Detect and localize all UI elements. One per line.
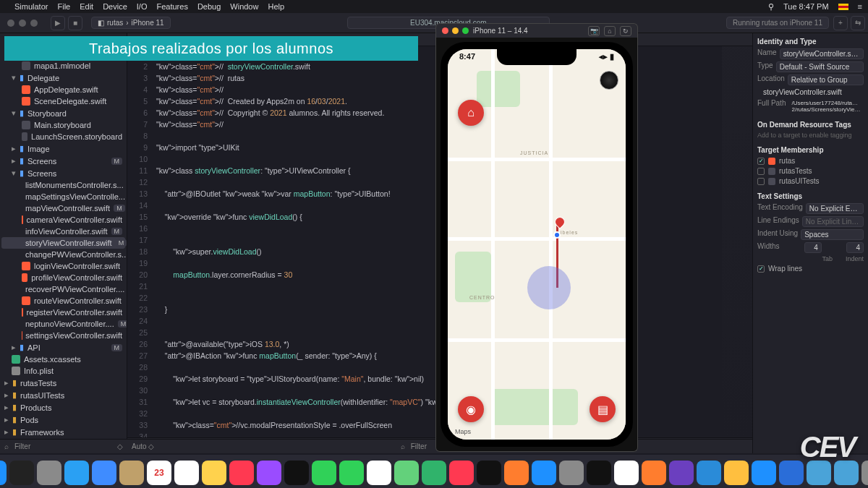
dock-app-siri[interactable] — [9, 461, 34, 485]
target-folder[interactable]: ▸▮rutasTests — [1, 377, 125, 389]
scheme-selector[interactable]: ◧ rutas › iPhone 11 — [91, 17, 171, 29]
menu-features[interactable]: Features — [156, 2, 187, 11]
dock-app-trash[interactable] — [861, 461, 868, 485]
target-folder[interactable]: ▸▮Pods — [1, 414, 125, 426]
file-swift[interactable]: mapViewController.swiftM — [1, 202, 125, 214]
dock-app-firefox[interactable] — [642, 461, 666, 485]
dock-app-maps[interactable] — [394, 461, 419, 485]
wrap-checkbox[interactable]: ✓Wrap lines — [757, 265, 864, 273]
project-navigator[interactable]: ▾▮Model rutf 1.mlmodel mapa1.mlmodel ▾▮D… — [0, 33, 127, 453]
file-storyboard[interactable]: Main.storyboard — [1, 119, 125, 131]
compass-icon[interactable] — [600, 71, 618, 90]
file-swift[interactable]: listMonumentsController.s... — [1, 179, 125, 191]
group-screens-collapsed[interactable]: ▸▮ScreensM — [1, 155, 125, 167]
dock-app-notes[interactable] — [202, 461, 226, 485]
run-button[interactable]: ▶ — [51, 16, 65, 30]
file-swift[interactable]: registerViewController.swift — [1, 307, 125, 318]
dock-app-folder2[interactable] — [834, 461, 859, 485]
name-field[interactable]: storyViewController.swift — [780, 48, 864, 59]
target-folder[interactable]: ▸▮rutasUITests — [1, 389, 125, 401]
dock-app-news[interactable] — [449, 461, 474, 485]
file-swift[interactable]: changePWViewController.s... — [1, 249, 125, 260]
dock-app-music[interactable] — [229, 461, 254, 485]
dock-app-safari[interactable] — [64, 461, 89, 485]
dock-app-messages[interactable] — [312, 461, 336, 485]
menubar-flag-icon[interactable] — [838, 4, 848, 10]
stop-button[interactable]: ■ — [68, 16, 82, 30]
group-api[interactable]: ▸▮APIM — [1, 341, 125, 354]
dock-app-azure[interactable] — [779, 461, 804, 485]
dock-app-docker[interactable] — [724, 461, 749, 485]
encoding-select[interactable]: No Explicit Encoding — [806, 203, 864, 214]
iphone-screen[interactable]: 8:47◂▸ ▮ JUSTICIA ibeles CENTRO — [448, 49, 626, 440]
file-storyboard[interactable]: LaunchScreen.storyboard — [1, 131, 125, 142]
type-select[interactable]: Default - Swift Source — [776, 61, 864, 72]
menu-app[interactable]: Simulator — [14, 2, 48, 11]
dock-app-vs[interactable] — [669, 461, 694, 485]
home-fab[interactable]: ⌂ — [458, 100, 484, 126]
dock-app-photos[interactable] — [367, 461, 391, 485]
file-swift[interactable]: mapSettingsViewControlle... — [1, 191, 125, 202]
screenshot-icon[interactable]: 📷 — [588, 26, 600, 36]
dock-app-stocks[interactable] — [477, 461, 501, 485]
file-swift[interactable]: settingsViewController.swift — [1, 330, 125, 341]
book-fab[interactable]: ▤ — [590, 396, 616, 422]
file-swift-selected[interactable]: storyViewController.swiftM — [1, 237, 125, 249]
dock-app-facetime[interactable] — [339, 461, 364, 485]
dock-app-folder1[interactable] — [807, 461, 831, 485]
rotate-icon[interactable]: ↻ — [620, 26, 631, 36]
dock-app-tv[interactable] — [284, 461, 309, 485]
menu-window[interactable]: Window — [230, 2, 258, 11]
file-mlmodel[interactable]: mapa1.mlmodel — [1, 60, 125, 72]
location-select[interactable]: Relative to Group — [788, 74, 864, 85]
file-swift[interactable]: infoViewController.swiftM — [1, 226, 125, 237]
file-swift[interactable]: AppDelegate.swift — [1, 84, 125, 95]
camera-fab[interactable]: ◉ — [458, 396, 484, 422]
dock-app-reminders[interactable] — [174, 461, 199, 485]
library-button[interactable]: + — [833, 16, 848, 30]
file-swift[interactable]: loginViewController.swift — [1, 260, 125, 272]
indent-select[interactable]: Spaces — [801, 229, 864, 240]
menu-debug[interactable]: Debug — [197, 2, 221, 11]
filter-icon[interactable]: ⌕ — [401, 442, 405, 450]
target-checkbox[interactable]: rutasUITests — [757, 177, 864, 185]
dock-app-chrome[interactable] — [614, 461, 639, 485]
dock-app-terminal[interactable] — [587, 461, 611, 485]
dock-app-preferences[interactable] — [559, 461, 584, 485]
menubar-control-icon[interactable]: ≡ — [858, 2, 862, 11]
simulator-titlebar[interactable]: iPhone 11 – 14.4 📷 ⌂ ↻ — [435, 23, 638, 38]
menu-file[interactable]: File — [57, 2, 70, 11]
dock-app-calendar[interactable]: 23 — [147, 461, 171, 485]
menubar-wifi-icon[interactable]: ⚲ — [768, 2, 774, 12]
dock-app-numbers[interactable] — [422, 461, 446, 485]
group-image[interactable]: ▸▮Image — [1, 142, 125, 155]
dock-app-vscode[interactable] — [697, 461, 721, 485]
dock-app-podcasts[interactable] — [257, 461, 281, 485]
target-folder[interactable]: ▸▮Frameworks — [1, 426, 125, 438]
indent-width-field[interactable]: 4 — [846, 242, 864, 253]
file-swift[interactable]: routeViewController.swift — [1, 295, 125, 307]
group-storyboard[interactable]: ▾▮Storyboard — [1, 107, 125, 119]
target-checkbox[interactable]: ✓rutas — [757, 157, 864, 165]
dock-app-mail[interactable] — [92, 461, 116, 485]
filter-icon[interactable]: ⌕ — [4, 442, 9, 450]
file-swift[interactable]: SceneDelegate.swift — [1, 95, 125, 107]
file-swift[interactable]: recoverPWViewController.... — [1, 283, 125, 295]
target-checkbox[interactable]: rutasTests — [757, 167, 864, 175]
dock-app-appstore[interactable] — [532, 461, 556, 485]
dock-app-finder[interactable] — [0, 461, 7, 485]
target-folder[interactable]: ▸▮Products — [1, 401, 125, 414]
menu-io[interactable]: I/O — [137, 2, 148, 11]
lineend-select[interactable]: No Explicit Line Endings — [802, 216, 864, 227]
minimap[interactable] — [722, 46, 752, 437]
code-review-button[interactable]: ⇆ — [851, 16, 865, 30]
menu-edit[interactable]: Edit — [80, 2, 93, 11]
window-traffic-lights[interactable] — [0, 20, 45, 27]
auto-toggle[interactable]: Auto ◇ — [132, 442, 154, 450]
dock-app-books[interactable] — [504, 461, 529, 485]
menu-device[interactable]: Device — [103, 2, 127, 11]
dock[interactable]: 23 — [0, 455, 868, 488]
group-screens[interactable]: ▾▮Screens — [1, 167, 125, 179]
tab-width-field[interactable]: 4 — [804, 242, 822, 253]
menu-help[interactable]: Help — [268, 2, 284, 11]
